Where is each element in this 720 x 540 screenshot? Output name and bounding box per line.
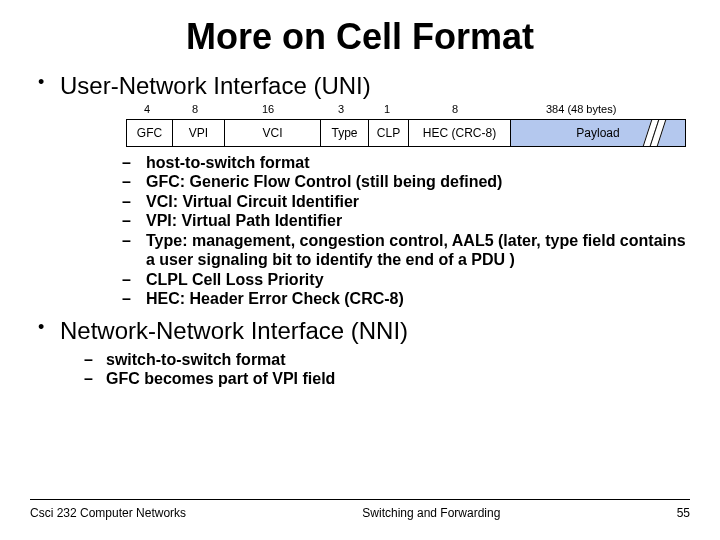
bullet-list: User-Network Interface (UNI) 4 8 16 3 1 … <box>30 72 690 389</box>
bit-label: 4 <box>144 103 150 116</box>
footer-center: Switching and Forwarding <box>362 506 500 520</box>
list-item: switch-to-switch format <box>60 350 690 370</box>
bit-label: 8 <box>192 103 198 116</box>
list-item: GFC: Generic Flow Control (still being d… <box>60 172 690 192</box>
slide: More on Cell Format User-Network Interfa… <box>0 0 720 540</box>
slide-title: More on Cell Format <box>30 16 690 58</box>
bit-label: 1 <box>384 103 390 116</box>
field-row: GFC VPI VCI Type CLP HEC (CRC-8) Payload <box>126 119 686 147</box>
field-vpi: VPI <box>172 119 224 147</box>
section-heading: Network-Network Interface (NNI) <box>60 317 408 344</box>
bit-label: 16 <box>262 103 274 116</box>
list-item: VCI: Virtual Circuit Identifier <box>60 192 690 212</box>
bit-label: 8 <box>452 103 458 116</box>
list-item: GFC becomes part of VPI field <box>60 369 690 389</box>
field-clp: CLP <box>368 119 408 147</box>
section-uni: User-Network Interface (UNI) 4 8 16 3 1 … <box>30 72 690 309</box>
field-vci: VCI <box>224 119 320 147</box>
field-type: Type <box>320 119 368 147</box>
bit-label: 384 (48 bytes) <box>546 103 616 116</box>
slide-footer: Csci 232 Computer Networks Switching and… <box>30 499 690 520</box>
section-nni: Network-Network Interface (NNI) switch-t… <box>30 317 690 389</box>
bit-width-row: 4 8 16 3 1 8 384 (48 bytes) <box>126 103 686 119</box>
list-item: Type: management, congestion control, AA… <box>60 231 690 270</box>
cell-format-diagram: 4 8 16 3 1 8 384 (48 bytes) GFC VPI VCI … <box>126 103 686 147</box>
footer-right: 55 <box>677 506 690 520</box>
list-item: VPI: Virtual Path Identifier <box>60 211 690 231</box>
section-heading: User-Network Interface (UNI) <box>60 72 371 99</box>
bit-label: 3 <box>338 103 344 116</box>
list-item: HEC: Header Error Check (CRC-8) <box>60 289 690 309</box>
list-item: host-to-switch format <box>60 153 690 173</box>
field-hec: HEC (CRC-8) <box>408 119 510 147</box>
field-payload-label: Payload <box>576 126 619 140</box>
field-gfc: GFC <box>126 119 172 147</box>
uni-sublist: host-to-switch format GFC: Generic Flow … <box>60 153 690 309</box>
nni-sublist: switch-to-switch format GFC becomes part… <box>60 350 690 389</box>
footer-left: Csci 232 Computer Networks <box>30 506 186 520</box>
field-payload: Payload <box>510 119 686 147</box>
list-item: CLPL Cell Loss Priority <box>60 270 690 290</box>
truncation-mark <box>647 119 661 147</box>
